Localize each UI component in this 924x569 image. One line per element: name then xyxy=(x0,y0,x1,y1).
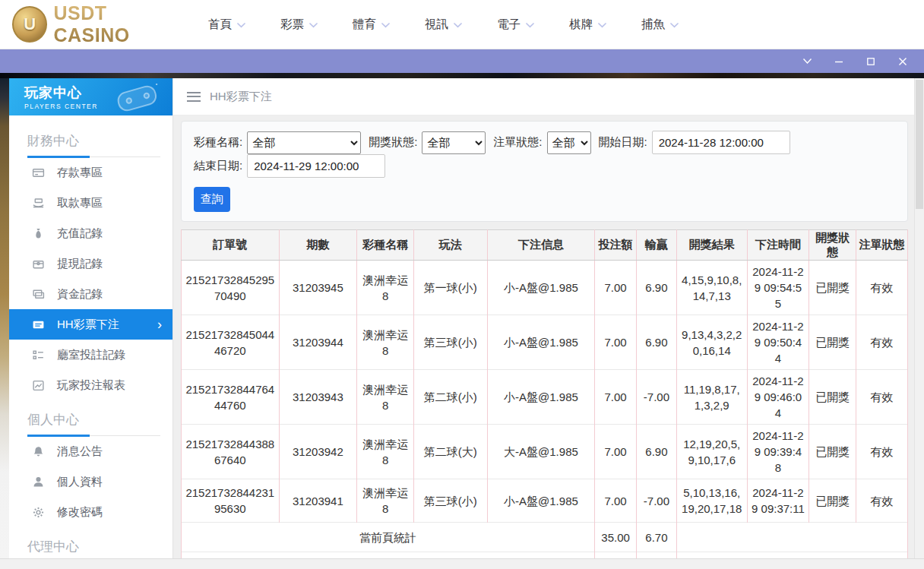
table-cell: 有效 xyxy=(856,479,908,523)
background-left-edge xyxy=(0,78,9,558)
logo-text: USDT CASINO xyxy=(53,2,184,46)
sidebar: 玩家中心 PLAYERS CENTER 財務中心 存款專區 › 取款專區 › 充… xyxy=(9,78,173,558)
sidebar-item[interactable]: 存款專區 › xyxy=(9,157,172,188)
start-date-input[interactable] xyxy=(652,131,790,154)
window-minimize-button[interactable] xyxy=(833,55,845,68)
sidebar-item[interactable]: 資金記錄 › xyxy=(9,279,172,309)
top-nav-item[interactable]: 棋牌 xyxy=(569,17,606,33)
room-list-icon xyxy=(32,349,45,362)
sidebar-item[interactable]: 提現記錄 › xyxy=(9,248,172,279)
window-maximize-button[interactable] xyxy=(865,55,877,68)
table-cell: 2152173284529570490 xyxy=(182,261,280,315)
sidebar-item[interactable]: 廳室投註記錄 › xyxy=(9,340,172,370)
sidebar-menu: 財務中心 存款專區 › 取款專區 › 充值記錄 › 提現記錄 › 資金記錄 › … xyxy=(9,115,172,558)
table-cell xyxy=(676,523,907,552)
window-chevron-down-button[interactable] xyxy=(801,55,813,68)
bets-table-card: 訂單號期數彩種名稱玩法下注信息投注額輸贏開獎結果下注時間開獎狀態注單狀態 215… xyxy=(181,229,908,558)
top-nav-item[interactable]: 捕魚 xyxy=(641,17,679,33)
column-header: 下注時間 xyxy=(747,230,809,261)
hamburger-menu-icon[interactable] xyxy=(187,92,201,102)
chevron-down-icon xyxy=(670,23,679,28)
window-close-button[interactable] xyxy=(897,55,909,68)
total-summary-row: 總統計35.006.70 xyxy=(182,552,908,559)
chevron-down-icon xyxy=(381,23,390,28)
withdraw-hand-icon xyxy=(32,197,45,210)
table-cell: 2152173284504446720 xyxy=(182,315,280,370)
top-nav-item-label: 棋牌 xyxy=(569,17,593,33)
window-titlebar xyxy=(0,49,924,73)
sidebar-item-label: 存款專區 xyxy=(57,166,103,180)
table-cell: 7.00 xyxy=(595,261,637,315)
table-cell: 大-A盤@1.985 xyxy=(487,425,595,479)
table-cell: 6.70 xyxy=(636,552,676,559)
chevron-down-icon xyxy=(237,23,245,28)
lottery-type-select[interactable]: 全部 xyxy=(247,131,361,154)
table-cell xyxy=(676,552,907,559)
lottery-ticket-icon xyxy=(32,318,45,331)
vertical-scrollbar-thumb[interactable] xyxy=(916,80,923,209)
column-header: 玩法 xyxy=(414,230,488,261)
sidebar-item-label: 玩家投注報表 xyxy=(57,378,125,393)
table-cell: 5,10,13,16,19,20,17,18 xyxy=(676,479,747,523)
moneybag-icon xyxy=(32,227,45,240)
sidebar-item-label: 提現記錄 xyxy=(57,257,103,271)
top-nav-item[interactable]: 彩票 xyxy=(280,17,318,33)
horizontal-scrollbar[interactable] xyxy=(0,558,924,569)
table-cell: 有效 xyxy=(856,261,908,315)
page-title: HH彩票下注 xyxy=(210,90,272,104)
end-date-input[interactable] xyxy=(247,154,385,178)
chevron-down-icon xyxy=(454,23,462,28)
column-header: 訂單號 xyxy=(182,230,280,261)
table-row: 215217328443886764031203942澳洲幸运8第二球(大)大-… xyxy=(182,425,908,479)
top-nav-item[interactable]: 首頁 xyxy=(208,17,245,33)
bell-icon xyxy=(32,445,45,458)
table-cell: 2024-11-29 09:50:44 xyxy=(747,315,809,370)
column-header: 下注信息 xyxy=(487,230,595,261)
background-image-strip xyxy=(0,73,924,78)
table-cell: 31203942 xyxy=(279,425,357,479)
top-nav-item-label: 視訊 xyxy=(425,17,448,33)
sidebar-item[interactable]: 個人資料 › xyxy=(9,466,172,497)
column-header: 期數 xyxy=(279,230,357,261)
top-nav-item-label: 體育 xyxy=(353,17,376,33)
sidebar-item-label: 資金記錄 xyxy=(57,287,103,302)
draw-status-select[interactable]: 全部 xyxy=(422,131,486,154)
table-cell: 澳洲幸运8 xyxy=(357,315,414,370)
draw-status-label: 開獎狀態: xyxy=(369,135,417,150)
sidebar-item[interactable]: 玩家投注報表 › xyxy=(9,370,172,400)
column-header: 投注額 xyxy=(595,230,637,261)
table-cell: 2024-11-29 09:39:48 xyxy=(747,425,809,479)
top-nav-item[interactable]: 視訊 xyxy=(425,17,462,33)
table-cell: 31203943 xyxy=(279,370,357,425)
table-cell: 31203945 xyxy=(279,261,357,315)
search-button[interactable]: 查詢 xyxy=(194,187,230,212)
lottery-type-label: 彩種名稱: xyxy=(194,135,242,150)
order-status-select[interactable]: 全部 xyxy=(547,131,591,154)
end-date-label: 結束日期: xyxy=(194,159,242,173)
sidebar-item[interactable]: 消息公告 › xyxy=(9,436,172,466)
table-cell: 12,19,20,5,9,10,17,6 xyxy=(676,425,747,479)
vertical-scrollbar[interactable] xyxy=(914,78,924,558)
top-nav-item[interactable]: 體育 xyxy=(353,17,390,33)
table-cell: 2024-11-29 09:46:04 xyxy=(747,370,809,425)
table-cell: 小-A盤@1.985 xyxy=(487,479,595,523)
top-nav: 首頁 彩票 體育 視訊 電子 棋牌 捕魚 xyxy=(208,17,679,33)
sidebar-item[interactable]: 充值記錄 › xyxy=(9,218,172,248)
table-row: 215217328450444672031203944澳洲幸运8第三球(小)小-… xyxy=(182,315,908,370)
logo[interactable]: U USDT CASINO xyxy=(12,2,184,46)
table-cell: 已開獎 xyxy=(809,315,856,370)
column-header: 開獎結果 xyxy=(676,230,747,261)
chevron-down-icon xyxy=(598,23,606,28)
table-cell: -7.00 xyxy=(636,370,676,425)
page-summary-row: 當前頁統計35.006.70 xyxy=(182,523,908,552)
sidebar-item[interactable]: 修改密碼 › xyxy=(9,497,172,527)
sidebar-item-label: 修改密碼 xyxy=(57,505,103,520)
top-nav-item[interactable]: 電子 xyxy=(497,17,534,33)
sidebar-item[interactable]: HH彩票下注 › xyxy=(9,309,172,340)
table-cell: 小-A盤@1.985 xyxy=(487,261,595,315)
sidebar-item-label: 充值記錄 xyxy=(57,226,103,241)
sidebar-item[interactable]: 取款專區 › xyxy=(9,188,172,218)
table-cell: 2024-11-29 09:54:55 xyxy=(747,261,809,315)
column-header: 輸贏 xyxy=(636,230,676,261)
chevron-down-icon xyxy=(526,23,534,28)
